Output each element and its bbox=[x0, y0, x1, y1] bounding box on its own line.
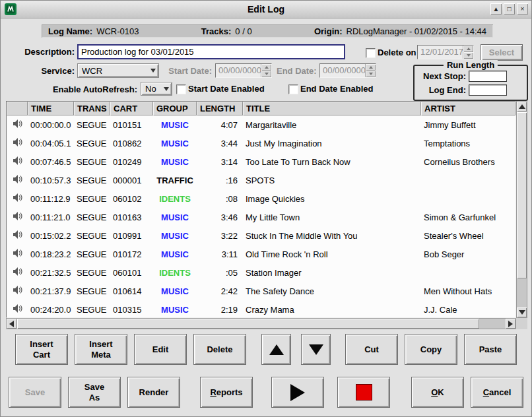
column-header-group[interactable]: GROUP bbox=[153, 102, 197, 115]
log-row[interactable]: 00:15:02.2SEGUE010991MUSIC3:22Stuck In T… bbox=[7, 226, 515, 245]
end-date-spinbox[interactable]: 00/00/0000 bbox=[319, 63, 376, 78]
cart-cell: 010151 bbox=[110, 115, 153, 134]
log-row[interactable]: 00:10:57.3SEGUE000001TRAFFIC:16SPOTS bbox=[7, 171, 515, 189]
insert-meta-button[interactable]: Insert Meta bbox=[75, 334, 127, 365]
log-row[interactable]: 00:11:12.9SEGUE060102IDENTS:08Image Quic… bbox=[7, 189, 515, 208]
scroll-down-icon[interactable] bbox=[517, 307, 527, 317]
column-header-artist[interactable]: ARTIST bbox=[421, 102, 515, 115]
speaker-icon bbox=[7, 263, 28, 282]
cart-cell: 010614 bbox=[110, 282, 153, 300]
speaker-icon bbox=[7, 171, 28, 189]
title-cell: The Safety Dance bbox=[243, 282, 421, 300]
delete-date-spinbox[interactable]: 12/01/2017 bbox=[417, 45, 474, 59]
spin-up-icon[interactable] bbox=[463, 46, 473, 52]
spin-down-icon[interactable] bbox=[366, 71, 376, 77]
start-date-spin-buttons bbox=[261, 64, 271, 77]
time-cell: 00:11:21.0 bbox=[28, 208, 74, 226]
copy-button[interactable]: Copy bbox=[405, 334, 457, 365]
edit-button[interactable]: Edit bbox=[134, 334, 187, 365]
start-date-enabled-checkbox[interactable] bbox=[176, 84, 186, 94]
log-row[interactable]: 00:04:05.1SEGUE010862MUSIC3:44Just My Im… bbox=[7, 134, 515, 152]
spin-up-icon[interactable] bbox=[366, 64, 376, 71]
stop-button[interactable] bbox=[337, 377, 390, 408]
log-row[interactable]: 00:21:32.5SEGUE060101IDENTS:05Station Im… bbox=[7, 263, 515, 282]
start-date-spinbox[interactable]: 00/00/0000 bbox=[215, 63, 272, 78]
spin-down-icon[interactable] bbox=[463, 52, 473, 59]
insert-cart-button[interactable]: Insert Cart bbox=[15, 334, 68, 365]
select-button[interactable]: Select bbox=[481, 44, 523, 61]
title-cell: My Little Town bbox=[243, 208, 421, 226]
service-select[interactable]: WCR bbox=[77, 63, 159, 78]
cart-cell: 000001 bbox=[110, 171, 153, 189]
end-date-enabled-checkbox[interactable] bbox=[288, 84, 298, 94]
artist-cell: Bob Seger bbox=[421, 245, 515, 263]
log-row[interactable]: 00:07:46.5SEGUE010249MUSIC3:14Too Late T… bbox=[7, 152, 515, 171]
column-header-time[interactable]: TIME bbox=[28, 102, 74, 115]
time-cell: 00:18:23.2 bbox=[28, 245, 74, 263]
length-cell: 3:22 bbox=[197, 226, 243, 245]
horizontal-scrollbar[interactable] bbox=[6, 318, 516, 329]
autorefresh-label: Enable AutoRefresh: bbox=[6, 83, 137, 96]
save-as-button[interactable]: Save As bbox=[68, 377, 121, 408]
trans-cell: SEGUE bbox=[74, 134, 110, 152]
log-row[interactable]: 00:21:37.9SEGUE010614MUSIC2:42The Safety… bbox=[7, 282, 515, 300]
horizontal-scrollbar-thumb[interactable] bbox=[17, 319, 479, 329]
save-button[interactable]: Save bbox=[9, 377, 61, 408]
description-input[interactable] bbox=[77, 44, 345, 59]
reports-label: Reports bbox=[210, 387, 242, 398]
column-header-cart[interactable]: CART bbox=[110, 102, 153, 115]
column-header-length[interactable]: LENGTH bbox=[197, 102, 243, 115]
title-cell: Just My Imagination bbox=[243, 134, 421, 152]
play-button[interactable] bbox=[271, 377, 324, 408]
speaker-icon bbox=[7, 208, 28, 226]
scroll-up-icon[interactable] bbox=[517, 102, 527, 112]
length-cell: :08 bbox=[197, 189, 243, 208]
next-stop-input[interactable] bbox=[469, 71, 507, 82]
column-header-trans[interactable]: TRANS bbox=[74, 102, 110, 115]
vertical-scrollbar-thumb[interactable] bbox=[517, 112, 527, 278]
trans-cell: SEGUE bbox=[74, 171, 110, 189]
group-cell: MUSIC bbox=[153, 115, 197, 134]
cancel-button[interactable]: Cancel bbox=[471, 377, 523, 408]
group-cell: IDENTS bbox=[153, 189, 197, 208]
log-name-group: Log Name: WCR-0103 bbox=[48, 26, 139, 36]
title-cell: Station Imager bbox=[243, 263, 421, 282]
cart-cell: 010249 bbox=[110, 152, 153, 171]
reports-button[interactable]: Reports bbox=[200, 377, 253, 408]
shade-icon[interactable]: ▲ bbox=[490, 3, 502, 15]
log-row[interactable]: 00:00:00.0SEGUE010151MUSIC4:07Margaritav… bbox=[7, 115, 515, 134]
scroll-left-icon[interactable] bbox=[7, 319, 17, 329]
column-header-icon[interactable] bbox=[7, 102, 28, 115]
ok-button[interactable]: OK bbox=[411, 377, 464, 408]
delete-date-spin-buttons bbox=[463, 46, 473, 59]
maximize-icon[interactable]: □ bbox=[504, 3, 515, 15]
log-table[interactable]: TIMETRANSCARTGROUPLENGTHTITLEARTIST 00:0… bbox=[6, 101, 516, 318]
stop-icon bbox=[356, 384, 372, 401]
up-arrow-icon bbox=[269, 344, 284, 355]
delete-button[interactable]: Delete bbox=[193, 334, 246, 365]
cut-button[interactable]: Cut bbox=[345, 334, 398, 365]
spin-up-icon[interactable] bbox=[261, 64, 271, 71]
edit-label: Edit bbox=[152, 344, 169, 355]
log-end-label: Log End: bbox=[417, 85, 466, 96]
log-end-input[interactable] bbox=[469, 84, 507, 96]
trans-cell: SEGUE bbox=[74, 300, 110, 318]
move-down-button[interactable] bbox=[301, 334, 331, 365]
scroll-right-icon[interactable] bbox=[506, 319, 515, 329]
run-length-title: Run Length bbox=[444, 60, 498, 70]
spin-down-icon[interactable] bbox=[261, 71, 271, 77]
artist-cell: Simon & Garfunkel bbox=[421, 208, 515, 226]
close-icon[interactable]: × bbox=[517, 3, 528, 15]
origin-group: Origin: RDLogManager - 01/02/2015 - 14:4… bbox=[314, 26, 486, 36]
autorefresh-select[interactable]: No bbox=[141, 82, 172, 96]
log-row[interactable]: 00:11:21.0SEGUE010163MUSIC3:46My Little … bbox=[7, 208, 515, 226]
delete-on-checkbox[interactable] bbox=[366, 48, 376, 58]
column-header-title[interactable]: TITLE bbox=[243, 102, 421, 115]
cart-cell: 010991 bbox=[110, 226, 153, 245]
log-row[interactable]: 00:18:23.2SEGUE010172MUSIC3:11Old Time R… bbox=[7, 245, 515, 263]
move-up-button[interactable] bbox=[261, 334, 291, 365]
vertical-scrollbar[interactable] bbox=[516, 101, 527, 318]
render-button[interactable]: Render bbox=[127, 377, 180, 408]
log-row[interactable]: 00:24:20.0SEGUE010315MUSIC2:19Crazy Mama… bbox=[7, 300, 515, 318]
paste-button[interactable]: Paste bbox=[464, 334, 517, 365]
